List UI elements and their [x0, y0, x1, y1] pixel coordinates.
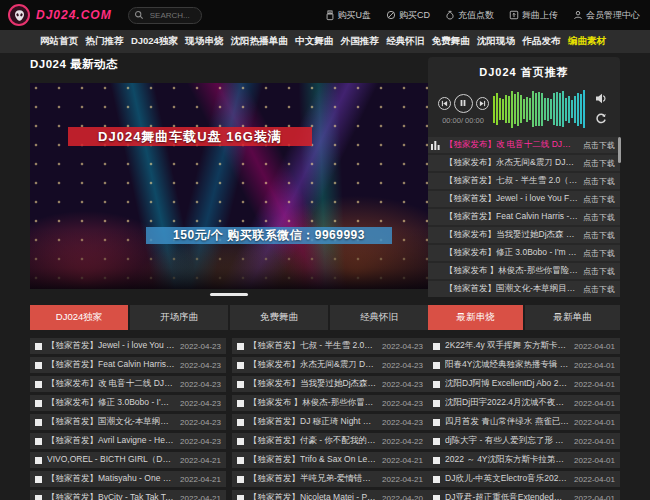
song-row[interactable]: 【独家首发】半吨兄弟-爱情错觉 （J.Nan-... 2022-04-21 — [232, 471, 428, 487]
song-row[interactable]: 【独家首发】Feat Calvin Harris - We Fou... 202… — [30, 357, 226, 373]
download-link[interactable]: 点击下载 — [583, 284, 615, 295]
nav-item[interactable]: 沈阳热播单曲 — [231, 35, 288, 48]
promo-banner[interactable]: DJ024舞曲车载U盘 16G装满 150元/个 购买联系微信：9969993 — [30, 83, 428, 289]
checkbox-icon[interactable] — [433, 343, 440, 350]
menu-member-center[interactable]: 会员管理中心 — [573, 9, 640, 22]
song-row[interactable]: 【独家发布】改 电音十二线 DJ杰森2022 2022-04-23 — [30, 376, 226, 392]
song-row[interactable]: VIVO,OREL - BICTH GIRL（DJ.MAGIC ... 2022… — [30, 452, 226, 468]
song-row[interactable]: 【独家首发】Avril Lavigne - Hello Kitty（J... 2… — [30, 433, 226, 449]
checkbox-icon[interactable] — [433, 438, 440, 445]
song-row[interactable]: 四月首发 青山常伴绿水 燕雀已是南飞（D... 2022-04-01 — [428, 414, 620, 430]
track-row[interactable]: 【独家发布】永杰无间&震刀 DJ杰森2022 点击下载 — [428, 155, 620, 171]
song-row[interactable]: DJ欣儿-中英文Electro音乐2022精选Take... 2022-04-0… — [428, 471, 620, 487]
menu-buy-cd[interactable]: 购买CD — [386, 9, 430, 22]
volume-icon[interactable] — [595, 93, 608, 104]
track-row[interactable]: 【独家发布 】林俊杰-那些你冒险的梦DJ ... 点击下载 — [428, 263, 620, 279]
download-link[interactable]: 点击下载 — [583, 194, 615, 205]
download-link[interactable]: 点击下载 — [583, 212, 615, 223]
song-row[interactable]: 【独家发布】永杰无间&震刀 DJ杰森2022 2022-04-23 — [232, 357, 428, 373]
nav-item[interactable]: 热门推荐 — [85, 35, 123, 48]
checkbox-icon[interactable] — [237, 419, 244, 426]
scrollbar-thumb[interactable] — [618, 137, 621, 163]
song-row[interactable]: 【独家首发】国潮文化-本草纲目-DJ王赫3... 2022-04-23 — [30, 414, 226, 430]
checkbox-icon[interactable] — [433, 419, 440, 426]
checkbox-icon[interactable] — [433, 400, 440, 407]
nav-item[interactable]: DJ024独家 — [131, 35, 178, 48]
nav-item[interactable]: 编曲素材 — [568, 35, 606, 48]
search-box[interactable] — [128, 7, 202, 24]
track-row[interactable]: 【独家首发】Jewel - i love You Forever (... 点击… — [428, 191, 620, 207]
checkbox-icon[interactable] — [35, 400, 42, 407]
download-link[interactable]: 点击下载 — [583, 230, 615, 241]
nav-item[interactable]: 现场串烧 — [185, 35, 223, 48]
checkbox-icon[interactable] — [35, 343, 42, 350]
song-row[interactable]: 【独家首发】Trifo & Sax On Legz - Keep ... 202… — [232, 452, 428, 468]
checkbox-icon[interactable] — [35, 457, 42, 464]
checkbox-icon[interactable] — [35, 495, 42, 500]
checkbox-icon[interactable] — [237, 400, 244, 407]
download-link[interactable]: 点击下载 — [583, 248, 615, 259]
song-row[interactable]: 【独家首发】付豪 - 你不配我的泪（Dj.阿... 2022-04-22 — [232, 433, 428, 449]
download-link[interactable]: 点击下载 — [583, 176, 615, 187]
site-logo[interactable]: DJ024.COM — [8, 4, 112, 26]
checkbox-icon[interactable] — [237, 381, 244, 388]
pause-button[interactable] — [454, 94, 473, 113]
song-row[interactable]: 2K22年.4y 双手挥舞 东方斯卡拉舞姿达人... 2022-04-01 — [428, 338, 620, 354]
tab[interactable]: 最新串烧 — [428, 305, 523, 330]
menu-upload-track[interactable]: 舞曲上传 — [509, 9, 558, 22]
checkbox-icon[interactable] — [35, 362, 42, 369]
song-row[interactable]: 2022 ～ 4Y沈阳东方斯卡拉第三场~djasan 2022-04-01 — [428, 452, 620, 468]
song-row[interactable]: 阳春4Y沈城经典独家热播专辑 青春才几年... 2022-04-01 — [428, 357, 620, 373]
checkbox-icon[interactable] — [35, 476, 42, 483]
track-row[interactable]: 【独家首发】Feat Calvin Harris - We Fou... 点击下… — [428, 209, 620, 225]
song-row[interactable]: DJ亚君-超正重低音Extended中文舞曲大碟 2022-04-01 — [428, 490, 620, 500]
song-row[interactable]: 沈阳DJ阿博 ExcellentDj Abo 202202 2022-04-01 — [428, 376, 620, 392]
waveform[interactable] — [493, 87, 589, 131]
track-row[interactable]: 【独家首发】七叔 - 半生雪 2.0（Dj.阿洋 ... 点击下载 — [428, 173, 620, 189]
menu-buy-usb[interactable]: 购买U盘 — [325, 9, 372, 22]
checkbox-icon[interactable] — [237, 457, 244, 464]
track-row[interactable]: 【独家发布】当我娶过她Dj杰森 Mr.ZChao... 点击下载 — [428, 227, 620, 243]
tab[interactable]: 最新单曲 — [525, 305, 620, 330]
checkbox-icon[interactable] — [433, 381, 440, 388]
search-input[interactable] — [148, 10, 196, 21]
song-row[interactable]: 【独家发布】当我娶过她Dj杰森 Mr.ZChao... 2022-04-23 — [232, 376, 428, 392]
next-button[interactable] — [476, 97, 489, 110]
track-row[interactable]: 【独家发布】修正 3.0Bobo - I'm Living to ... 点击下… — [428, 245, 620, 261]
song-row[interactable]: 【独家首发】七叔 - 半生雪 2.0（Dj.阿洋 ... 2022-04-23 — [232, 338, 428, 354]
song-row[interactable]: 【独家首发】Jewel - i love You Forever (... 20… — [30, 338, 226, 354]
nav-item[interactable]: 经典怀旧 — [386, 35, 424, 48]
download-link[interactable]: 点击下载 — [583, 140, 615, 151]
nav-item[interactable]: 作品发布 — [523, 35, 561, 48]
checkbox-icon[interactable] — [35, 381, 42, 388]
checkbox-icon[interactable] — [433, 476, 440, 483]
song-row[interactable]: 【独家首发】Nicoleta Matei - Poate Unde... 202… — [232, 490, 428, 500]
track-row[interactable]: 【独家发布】改 电音十二线 DJ杰森2022 点击下载 — [428, 137, 620, 153]
checkbox-icon[interactable] — [35, 438, 42, 445]
song-row[interactable]: 【独家首发】DJ 穆正琦 Night Club Kings... 2022-04… — [232, 414, 428, 430]
download-link[interactable]: 点击下载 — [583, 158, 615, 169]
checkbox-icon[interactable] — [237, 438, 244, 445]
song-row[interactable]: 沈阳Dj田宇2022.4月沈城不夜城Dj田宇remix 2022-04-01 — [428, 395, 620, 411]
checkbox-icon[interactable] — [433, 362, 440, 369]
nav-item[interactable]: 网站首页 — [40, 35, 78, 48]
tab[interactable]: DJ024独家 — [30, 305, 128, 330]
song-row[interactable]: 【独家发布】修正 3.0Bobo - I'm Living to ... 202… — [30, 395, 226, 411]
song-row[interactable]: 【独家发布 】林俊杰-那些你冒险的梦DJ ... 2022-04-23 — [232, 395, 428, 411]
checkbox-icon[interactable] — [237, 343, 244, 350]
track-row[interactable]: 【独家首发】国潮文化-本草纲目-DJ王赫3... 点击下载 — [428, 281, 620, 297]
checkbox-icon[interactable] — [433, 495, 440, 500]
tab[interactable]: 免费舞曲 — [230, 305, 328, 330]
carousel-indicator[interactable] — [210, 293, 248, 296]
nav-item[interactable]: 外国推荐 — [341, 35, 379, 48]
nav-item[interactable]: 中文舞曲 — [295, 35, 333, 48]
tab[interactable]: 经典怀旧 — [330, 305, 428, 330]
song-row[interactable]: dj陈大宇 - 有些人爱到忘了形 结果薄的一... 2022-04-01 — [428, 433, 620, 449]
song-row[interactable]: 【独家首发】Matisyahu - One Day[DJNar... 2022-… — [30, 471, 226, 487]
checkbox-icon[interactable] — [237, 362, 244, 369]
checkbox-icon[interactable] — [237, 476, 244, 483]
checkbox-icon[interactable] — [237, 495, 244, 500]
prev-button[interactable] — [438, 97, 451, 110]
song-row[interactable]: 【独家首发】ByCity - Tak Tak Tak（Dj)-... 2022-… — [30, 490, 226, 500]
nav-item[interactable]: 沈阳现场 — [477, 35, 515, 48]
